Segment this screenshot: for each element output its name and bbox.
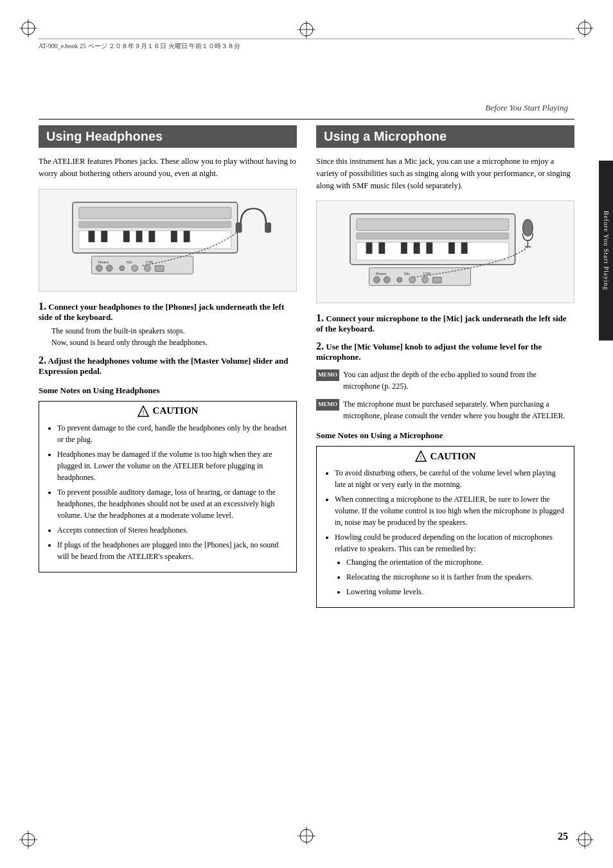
svg-rect-38 [155,265,164,271]
svg-point-36 [132,265,138,271]
svg-point-60 [397,278,402,283]
main-content: Using Headphones The ATELIER features Ph… [39,125,574,817]
svg-point-33 [96,265,102,271]
svg-text:Phones: Phones [98,260,109,263]
svg-text:Mic: Mic [127,260,133,263]
memo-item-2: MEMO The microphone must be purchased se… [316,398,574,421]
svg-rect-27 [171,231,177,242]
caution-subitem-1: Changing the orientation of the micropho… [346,556,567,568]
right-column: Using a Microphone Since this instrument… [316,125,574,817]
headphones-caution-list: To prevent damage to the cord, handle th… [46,422,290,562]
microphone-caution-box: ! CAUTION To avoid disturbing others, be… [316,446,574,608]
headphones-step-1-body: The sound from the built-in speakers sto… [51,325,297,348]
svg-rect-44 [357,219,509,231]
caution-subitem-3: Lowering volume levels. [346,586,567,598]
microphone-intro: Since this instrument has a Mic jack, yo… [316,155,574,191]
caution-item: Headphones may be damaged if the volume … [57,448,290,483]
svg-point-64 [522,220,533,236]
page-number: 25 [558,831,568,842]
microphone-section-title: Using a Microphone [316,125,574,148]
microphone-diagram: Phones Mic USB [316,200,574,303]
reg-mark-tl [19,19,37,37]
top-rule [39,119,574,120]
reg-mark-bottom-center [298,827,315,847]
svg-point-58 [373,277,380,283]
svg-rect-50 [414,242,420,254]
svg-rect-23 [101,231,107,242]
svg-rect-19 [79,207,231,218]
svg-text:Phones: Phones [375,272,387,276]
microphone-step-1-title: 1. Connect your microphone to the [Mic] … [316,312,574,334]
svg-rect-25 [136,231,143,242]
svg-text:!: ! [420,454,422,461]
memo-text-1: You can adjust the depth of the echo app… [343,369,574,392]
reg-mark-br [576,831,594,849]
memo-item-1: MEMO You can adjust the depth of the ech… [316,369,574,392]
svg-rect-52 [449,242,455,254]
svg-rect-26 [148,231,155,242]
headphones-subsection-title: Some Notes on Using Headphones [39,385,297,396]
headphones-step-2-title: 2. Adjust the headphones volume with the… [39,355,297,376]
svg-point-37 [144,265,150,271]
svg-text:!: ! [142,409,144,416]
memo-badge-1: MEMO [316,369,339,381]
microphone-step-2-title: 2. Use the [Mic Volume] knob to adjust t… [316,341,574,362]
svg-rect-45 [357,233,509,240]
svg-rect-47 [366,242,373,254]
caution-item: To prevent possible auditory damage, los… [57,486,290,521]
svg-point-59 [384,277,390,283]
header-bar: AT-900_e.book 25 ページ ２０８年９月１６日 火曜日 午前１０時… [39,39,574,51]
svg-rect-49 [401,242,407,254]
header-japanese-text: AT-900_e.book 25 ページ ２０８年９月１６日 火曜日 午前１０時… [39,42,240,49]
headphones-caution-header: ! CAUTION [46,405,290,417]
svg-rect-63 [432,278,441,283]
caution-item-mic-3: Howling could be produced depending on t… [335,531,567,598]
svg-rect-22 [89,231,95,242]
headphones-intro: The ATELIER features Phones jacks. These… [39,155,297,180]
headphones-step-1: 1. Connect your headphones to the [Phone… [39,301,297,348]
caution-item: Accepts connection of Stereo headphones. [57,524,290,536]
headphones-step-1-title: 1. Connect your headphones to the [Phone… [39,301,297,323]
svg-point-35 [120,265,125,270]
svg-rect-29 [92,256,193,274]
svg-rect-51 [426,242,432,254]
microphone-caution-header: ! CAUTION [323,450,567,462]
page-title-top: Before You Start Playing [485,103,568,113]
svg-point-34 [106,265,112,271]
caution-triangle-icon: ! [138,405,149,417]
headphones-step-2: 2. Adjust the headphones volume with the… [39,355,297,376]
microphone-step-2: 2. Use the [Mic Volume] knob to adjust t… [316,341,574,362]
headphones-section-title: Using Headphones [39,125,297,148]
left-column: Using Headphones The ATELIER features Ph… [39,125,297,817]
caution-item: If plugs of the headphones are plugged i… [57,539,290,562]
reg-mark-bl [19,831,37,849]
svg-rect-24 [123,231,130,242]
svg-text:USB: USB [423,272,431,276]
svg-rect-48 [378,242,385,254]
caution-triangle-icon-2: ! [415,450,427,462]
svg-point-62 [422,277,428,283]
headphones-caution-box: ! CAUTION To prevent damage to the cord,… [39,401,297,572]
microphone-caution-subitems: Changing the orientation of the micropho… [335,556,567,598]
caution-item-mic-2: When connecting a microphone to the ATEL… [335,493,567,528]
svg-text:USB: USB [145,260,153,263]
side-label: Before You Start Playing [599,161,613,341]
microphone-subsection-title: Some Notes on Using a Microphone [316,430,574,441]
microphone-caution-list: To avoid disturbing others, be careful o… [323,467,567,598]
caution-item: To prevent damage to the cord, handle th… [57,422,290,445]
svg-rect-53 [461,242,468,254]
svg-text:Mic: Mic [404,272,411,276]
svg-rect-28 [184,231,190,242]
microphone-step-1: 1. Connect your microphone to the [Mic] … [316,312,574,334]
reg-mark-tr [576,19,594,37]
caution-item-mic-1: To avoid disturbing others, be careful o… [335,467,567,490]
svg-rect-40 [265,222,271,233]
caution-subitem-2: Relocating the microphone so it is farth… [346,571,567,583]
svg-rect-20 [79,221,231,227]
headphones-diagram: Phones Mic USB [39,189,297,292]
memo-text-2: The microphone must be purchased separat… [343,398,574,421]
memo-badge-2: MEMO [316,399,339,411]
